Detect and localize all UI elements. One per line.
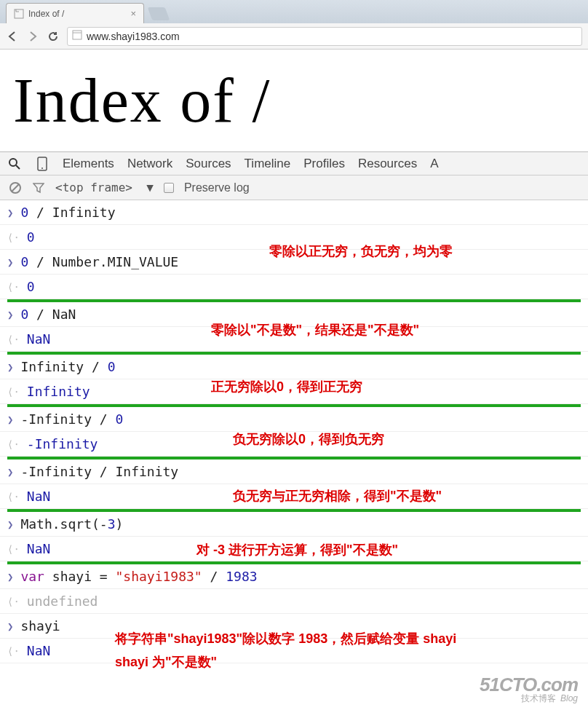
browser-tab-strip: Index of / × [0,0,588,23]
input-prompt-icon: ❯ [7,361,13,373]
code-text: 0 / NaN [20,307,76,322]
clear-console-icon[interactable] [9,181,22,194]
input-prompt-icon: ❯ [7,309,13,320]
code-text: -Infinity / Infinity [20,464,178,479]
tab-resources[interactable]: Resources [358,157,417,171]
watermark-logo: 51CTO.com [480,675,578,694]
output-prompt-icon: ⟨⋅ [7,491,20,502]
input-prompt-icon: ❯ [7,571,13,583]
new-tab-button[interactable] [148,7,170,20]
console-input-row: ❯-Infinity / Infinity [0,459,588,484]
console-output-row: ⟨⋅undefined [0,589,588,614]
tab-more[interactable]: A [430,157,438,171]
code-text: NaN [27,489,51,504]
svg-line-8 [12,184,19,192]
input-prompt-icon: ❯ [7,620,13,632]
output-prompt-icon: ⟨⋅ [7,281,20,293]
console-toolbar: <top frame> ▼ Preserve log [0,175,588,200]
output-prompt-icon: ⟨⋅ [7,386,20,398]
code-text: -Infinity [27,436,98,451]
annotation-text: 正无穷除以0，得到正无穷 [211,378,362,395]
code-text: Infinity [27,384,90,399]
code-text: 0 / Infinity [20,205,115,220]
tab-close-icon[interactable]: × [130,8,136,19]
preserve-log-label: Preserve log [184,181,250,194]
url-text: www.shayi1983.com [87,31,180,42]
forward-button[interactable] [26,30,39,43]
input-prompt-icon: ❯ [7,466,13,478]
code-text: -Infinity / 0 [20,411,123,427]
annotation-text: 负无穷与正无穷相除，得到"不是数" [233,487,442,505]
console-input-row: ❯Infinity / 0 [0,355,588,379]
output-prompt-icon: ⟨⋅ [7,334,20,345]
watermark: 51CTO.com 技术博客 Blog [480,675,578,703]
input-prompt-icon: ❯ [7,518,13,530]
tab-profiles[interactable]: Profiles [303,157,345,171]
code-text: Math.sqrt(-3) [20,516,123,532]
svg-line-4 [16,165,20,169]
code-text: NaN [27,331,51,347]
code-text: undefined [27,593,98,609]
tab-favicon [14,9,24,19]
address-bar[interactable]: www.shayi1983.com [67,27,582,46]
device-icon[interactable] [35,157,49,171]
console-input-row: ❯0 / Infinity [0,200,588,225]
devtools-panel: Elements Network Sources Timeline Profil… [0,151,588,663]
svg-point-6 [41,167,43,169]
annotation-text: shayi 为"不是数" [115,653,217,671]
site-info-icon[interactable] [72,30,82,42]
input-prompt-icon: ❯ [7,207,13,218]
browser-nav-bar: www.shayi1983.com [0,23,588,50]
reload-button[interactable] [47,30,60,43]
tab-title: Index of / [28,9,64,19]
tab-timeline[interactable]: Timeline [245,157,291,171]
console-output[interactable]: ❯0 / Infinity⟨⋅0❯0 / Number.MIN_VALUE⟨⋅0… [0,200,588,663]
devtools-tabs: Elements Network Sources Timeline Profil… [0,152,588,175]
search-icon[interactable] [7,157,22,171]
code-text: NaN [27,643,51,658]
page-heading: Index of / [13,64,575,137]
svg-rect-1 [73,31,82,39]
tab-sources[interactable]: Sources [186,157,231,171]
code-text: var shayi = "shayi1983" / 1983 [20,569,257,584]
tab-network[interactable]: Network [127,157,172,171]
annotation-text: 对 -3 进行开方运算，得到"不是数" [196,541,398,559]
context-selector[interactable]: <top frame> ▼ [55,181,154,194]
filter-icon[interactable] [32,181,45,194]
input-prompt-icon: ❯ [7,414,13,425]
output-prompt-icon: ⟨⋅ [7,596,20,607]
page-content: Index of / [0,50,588,151]
console-input-row: ❯var shayi = "shayi1983" / 1983 [0,564,588,589]
browser-tab[interactable]: Index of / × [6,3,144,23]
annotation-text: 将字符串"shayi1983"除以数字 1983，然后赋给变量 shayi [115,630,456,647]
output-prompt-icon: ⟨⋅ [7,438,20,450]
console-input-row: ❯Math.sqrt(-3) [0,512,588,537]
tab-elements[interactable]: Elements [63,157,114,171]
output-prompt-icon: ⟨⋅ [7,645,20,657]
console-input-row: ❯-Infinity / 0 [0,407,588,432]
annotation-text: 负无穷除以0，得到负无穷 [233,430,384,448]
svg-point-3 [9,159,17,166]
output-prompt-icon: ⟨⋅ [7,543,20,555]
code-text: Infinity / 0 [20,359,115,374]
code-text: 0 [27,229,35,245]
annotation-text: 零除以正无穷，负无穷，均为零 [269,242,453,260]
output-prompt-icon: ⟨⋅ [7,232,20,243]
back-button[interactable] [6,30,19,43]
code-text: 0 / Number.MIN_VALUE [20,254,178,269]
code-text: 0 [27,279,35,294]
annotation-text: 零除以"不是数"，结果还是"不是数" [211,321,419,339]
console-output-row: ⟨⋅0 [0,275,588,299]
input-prompt-icon: ❯ [7,256,13,268]
preserve-log-checkbox[interactable] [164,183,174,193]
code-text: NaN [27,541,51,556]
code-text: shayi [20,618,60,634]
